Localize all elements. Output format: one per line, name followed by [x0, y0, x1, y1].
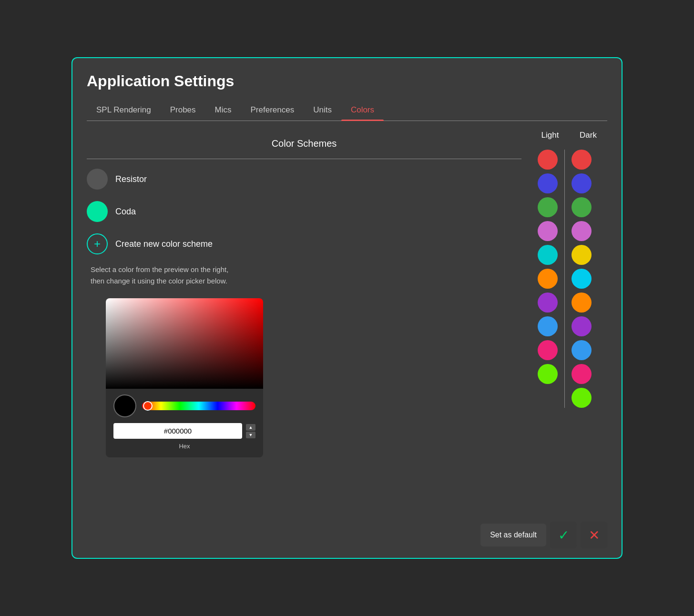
confirm-button[interactable]: ✓	[550, 522, 577, 548]
light-col	[531, 150, 564, 408]
right-panel: Light Dark	[531, 121, 607, 512]
dark-color-10[interactable]	[572, 364, 592, 384]
tab-mics[interactable]: Mics	[205, 101, 241, 121]
light-color-5[interactable]	[538, 245, 558, 265]
hex-up-arrow[interactable]: ▲	[246, 424, 255, 431]
light-color-6[interactable]	[538, 269, 558, 289]
tab-spl-rendering[interactable]: SPL Rendering	[87, 101, 161, 121]
picker-controls	[106, 389, 263, 421]
color-schemes-title: Color Schemes	[87, 131, 521, 159]
tab-probes[interactable]: Probes	[161, 101, 205, 121]
light-color-3[interactable]	[538, 197, 558, 217]
dark-color-9[interactable]	[572, 340, 592, 360]
color-gradient-area[interactable]	[106, 298, 263, 389]
color-circles	[531, 150, 607, 408]
dark-color-4[interactable]	[572, 221, 592, 241]
light-col-header: Light	[533, 131, 567, 146]
scheme-label-coda: Coda	[115, 207, 136, 217]
color-preview	[113, 394, 136, 417]
cancel-button[interactable]: ✕	[581, 522, 607, 548]
light-color-7[interactable]	[538, 293, 558, 313]
dark-color-6[interactable]	[572, 269, 592, 289]
hex-row: ▲ ▼	[106, 421, 263, 441]
dark-col	[565, 150, 598, 408]
scheme-resistor[interactable]: Resistor	[87, 169, 521, 190]
light-color-4[interactable]	[538, 221, 558, 241]
hex-down-arrow[interactable]: ▼	[246, 432, 255, 438]
dark-col-header: Dark	[572, 131, 605, 146]
dark-color-7[interactable]	[572, 293, 592, 313]
hue-slider[interactable]	[142, 402, 255, 410]
light-color-10[interactable]	[538, 364, 558, 384]
tab-colors[interactable]: Colors	[341, 101, 384, 121]
confirm-icon: ✓	[558, 527, 569, 543]
dark-color-11[interactable]	[572, 388, 592, 408]
hex-label: Hex	[106, 441, 263, 450]
color-col-headers: Light Dark	[531, 131, 607, 150]
light-color-1[interactable]	[538, 150, 558, 170]
dark-color-8[interactable]	[572, 316, 592, 336]
app-title: Application Settings	[87, 72, 607, 90]
dark-color-3[interactable]	[572, 197, 592, 217]
set-as-default-button[interactable]: Set as default	[480, 524, 546, 547]
tab-units[interactable]: Units	[304, 101, 341, 121]
left-panel: Color Schemes Resistor Coda + Create new…	[87, 121, 531, 512]
dark-color-1[interactable]	[572, 150, 592, 170]
cancel-icon: ✕	[589, 527, 600, 543]
instruction-text: Select a color from the preview on the r…	[91, 264, 521, 287]
hue-slider-container	[142, 402, 255, 410]
footer: Set as default ✓ ✕	[87, 512, 607, 548]
dark-color-2[interactable]	[572, 173, 592, 193]
content-area: Color Schemes Resistor Coda + Create new…	[87, 121, 607, 512]
light-color-8[interactable]	[538, 316, 558, 336]
create-new-icon: +	[87, 233, 108, 254]
scheme-dot-coda	[87, 201, 108, 222]
light-color-9[interactable]	[538, 340, 558, 360]
dark-color-5[interactable]	[572, 245, 592, 265]
create-new-label: Create new color scheme	[115, 239, 213, 249]
create-new-scheme[interactable]: + Create new color scheme	[87, 233, 521, 254]
hue-thumb[interactable]	[143, 401, 153, 411]
scheme-dot-resistor	[87, 169, 108, 190]
light-color-2[interactable]	[538, 173, 558, 193]
scheme-coda[interactable]: Coda	[87, 201, 521, 222]
color-gradient-dark-overlay	[106, 298, 263, 389]
tab-preferences[interactable]: Preferences	[241, 101, 304, 121]
scheme-label-resistor: Resistor	[115, 174, 147, 184]
hex-arrows: ▲ ▼	[246, 424, 255, 438]
tabs-container: SPL Rendering Probes Mics Preferences Un…	[87, 101, 607, 121]
color-gradient-bg	[106, 298, 263, 389]
color-picker[interactable]: ▲ ▼ Hex	[106, 298, 263, 457]
app-window: Application Settings SPL Rendering Probe…	[71, 57, 623, 559]
hex-input[interactable]	[113, 423, 242, 439]
